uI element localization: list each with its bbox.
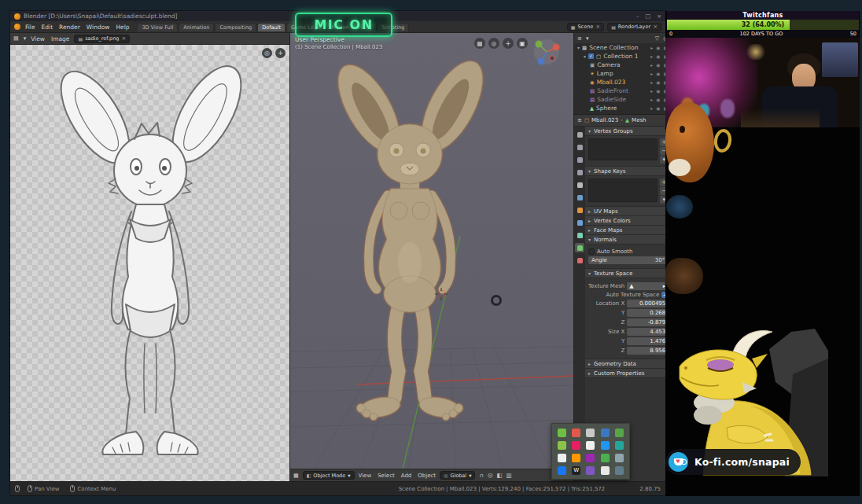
zoom-button[interactable]: + [275,48,285,58]
menu-file[interactable]: File [25,24,35,31]
select-toggle-icon[interactable]: ▸ [650,45,653,50]
unlink-image-icon[interactable]: × [121,35,126,42]
unlink-scene-icon[interactable]: × [595,24,600,30]
tray-app-icon[interactable] [586,441,595,450]
number-field-y[interactable]: 1.476 [627,337,668,345]
hide-toggle-icon[interactable]: ◉ [656,79,660,85]
vertex-groups-list[interactable] [588,138,658,160]
scene-selector[interactable]: ▦ Scene × [567,23,604,31]
tray-app-icon[interactable]: W [572,466,580,475]
output-icon[interactable] [575,155,584,164]
outliner-row-collection-1[interactable]: ▾✓▢Collection 1▸◉▣ [574,52,671,61]
filter-icon[interactable]: ▽ [655,35,659,42]
viewport-menu-select[interactable]: Select [378,473,395,479]
viewport-3d[interactable]: User Perspective (1) Scene Collection | … [290,33,574,481]
object-data-icon[interactable] [575,243,584,252]
workspace-tab-compositing[interactable]: Compositing [215,23,256,31]
camera-view-icon[interactable]: ▣ [517,38,528,49]
outliner-row-sadiefront[interactable]: ▤SadieFront▸◉▣ [574,86,671,95]
workspace-tab-3d-view-full[interactable]: 3D View Full [137,23,178,31]
proportional-edit-icon[interactable]: ◎ [488,472,493,479]
panel-header[interactable]: ▾ Texture Space [585,269,671,278]
tray-app-icon[interactable] [558,454,566,462]
auto-smooth-angle-field[interactable]: Angle 30° [588,256,668,264]
grid-toggle-icon[interactable]: ▦ [474,38,485,49]
editor-type-icon[interactable]: ▦ [293,473,299,479]
panel-header[interactable]: ▸UV Maps [585,207,671,216]
menu-edit[interactable]: Edit [42,24,53,31]
world-icon[interactable] [575,193,584,202]
outliner-row-lamp[interactable]: ☀Lamp▸◉▣ [574,69,671,78]
outliner-row-scene-collection[interactable]: ▾▦Scene Collection▸◉▣ [574,43,671,52]
outliner-row-mball-023[interactable]: ◉Mball.023▸◉▣ [574,78,671,86]
material-icon[interactable] [575,256,584,265]
tray-app-icon[interactable] [615,454,624,462]
hide-toggle-icon[interactable]: ◉ [656,45,660,50]
collection-checkbox-icon[interactable]: ✓ [588,53,594,59]
menu-help[interactable]: Help [116,24,129,31]
outliner-row-sadieside[interactable]: ▤SadieSide▸◉▣ [574,95,671,104]
auto-smooth-checkbox[interactable] [588,248,595,255]
tray-app-icon[interactable] [615,429,624,437]
hide-toggle-icon[interactable]: ◉ [656,105,660,111]
shape-keys-list[interactable] [588,178,658,202]
overlays-toggle-icon[interactable]: ▥ [507,472,512,479]
view-layer-icon[interactable] [575,167,584,177]
texture-mesh-field[interactable]: ▲ ▸ [627,282,668,290]
hide-toggle-icon[interactable]: ◉ [656,88,660,94]
tray-app-icon[interactable] [601,429,610,437]
select-toggle-icon[interactable]: ▸ [650,79,653,85]
panel-header[interactable]: ▸Vertex Colors [585,216,671,226]
hide-toggle-icon[interactable]: ◉ [656,71,660,76]
tray-app-icon[interactable] [586,454,595,462]
menu-window[interactable]: Window [87,24,110,31]
tray-app-icon[interactable] [572,441,580,450]
physics-icon[interactable] [575,230,584,240]
orientation-selector[interactable]: ◎ Global ▾ [440,471,475,480]
panel-header[interactable]: ▸Geometry Data [585,359,671,369]
close-button[interactable]: × [657,13,661,20]
render-layer-selector[interactable]: ▤ RenderLayer × [607,23,661,31]
number-field-size-x[interactable]: 4.453 [627,328,668,336]
select-toggle-icon[interactable]: ▸ [650,71,653,76]
panel-header[interactable]: ▸Custom Properties [585,369,671,378]
tray-app-icon[interactable] [572,454,580,462]
panel-header[interactable]: ▾ Normals [585,235,671,245]
modifiers-icon[interactable] [575,218,584,227]
select-toggle-icon[interactable]: ▸ [650,88,653,94]
viewport-canvas[interactable]: User Perspective (1) Scene Collection | … [290,33,573,469]
maximize-button[interactable]: □ [646,13,651,20]
navigation-gizmo[interactable] [532,38,561,66]
tray-app-icon[interactable] [586,429,595,437]
tray-app-icon[interactable] [558,441,566,450]
number-field-z[interactable]: 8.956 [627,347,668,355]
outliner-row-sphere[interactable]: ▲Sphere▸◉▣ [574,104,671,112]
tray-app-icon[interactable] [615,466,624,475]
editor-type-icon[interactable]: ≡ [577,117,582,123]
number-field-y[interactable]: 0.268 [627,309,668,317]
tray-app-icon[interactable] [572,429,580,437]
workspace-tab-default[interactable]: Default [257,23,285,31]
pan-icon[interactable]: + [503,38,514,49]
render-icon[interactable] [575,142,584,152]
tray-app-icon[interactable] [586,466,595,475]
pin-button[interactable]: ◎ [262,48,272,58]
tray-app-icon[interactable] [601,454,610,462]
panel-header[interactable]: ▸Face Maps [585,226,671,235]
unlink-layer-icon[interactable]: × [653,24,658,30]
disclosure-icon[interactable]: ▾ [584,53,586,59]
mode-selector[interactable]: ◧ Object Mode ▾ [303,471,355,480]
tray-app-icon[interactable] [558,429,566,437]
disclosure-icon[interactable]: ▾ [577,45,580,50]
object-icon[interactable] [575,205,584,215]
tray-app-icon[interactable] [601,466,610,475]
menu-render[interactable]: Render [59,24,80,31]
tool-icon[interactable] [575,130,584,139]
select-toggle-icon[interactable]: ▸ [650,105,653,111]
hide-toggle-icon[interactable]: ◉ [656,62,660,68]
number-field-z[interactable]: -0.879 [627,318,668,326]
workspace-tab-animation[interactable]: Animation [179,23,214,31]
viewport-menu-add[interactable]: Add [401,473,412,479]
minimize-button[interactable]: – [636,13,639,20]
outliner-row-camera[interactable]: ▣Camera▸◉▣ [574,61,671,69]
